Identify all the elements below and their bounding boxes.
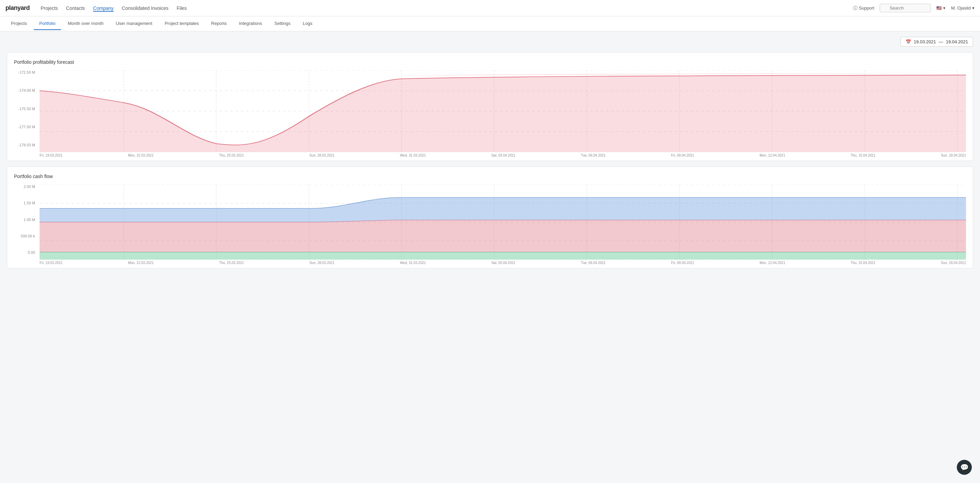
cashflow-chart-inner: Fri, 19.03.2021 Mon, 22.03.2021 Thu, 25.… xyxy=(40,184,966,265)
x-label-0: Fri, 19.03.2021 xyxy=(40,154,62,157)
cf-x-label-2: Thu, 25.03.2021 xyxy=(219,261,244,265)
tab-settings[interactable]: Settings xyxy=(269,17,296,30)
profitability-chart-card: Portfolio profitability forecast -172.50… xyxy=(7,52,973,161)
cashflow-y-axis: 2.00 M 1.50 M 1.00 M 500.00 k 0.00 xyxy=(14,184,38,254)
cf-y-label-2: 1.00 M xyxy=(24,218,35,222)
tab-projects[interactable]: Projects xyxy=(5,17,32,30)
chat-widget[interactable]: 💬 xyxy=(957,460,972,475)
cashflow-chart-title: Portfolio cash flow xyxy=(14,174,966,179)
cf-y-label-4: 0.00 xyxy=(28,250,35,254)
nav-projects[interactable]: Projects xyxy=(41,5,58,11)
cf-y-label-3: 500.00 k xyxy=(21,234,35,238)
nav-company[interactable]: Company xyxy=(93,5,114,11)
tab-project-templates[interactable]: Project templates xyxy=(159,17,204,30)
nav-contacts[interactable]: Contacts xyxy=(66,5,85,11)
flag-chevron: ▾ xyxy=(943,5,945,11)
cf-x-label-4: Wed, 31.03.2021 xyxy=(400,261,426,265)
user-name: M. Ojasild xyxy=(951,5,971,11)
x-label-4: Wed, 31.03.2021 xyxy=(400,154,426,157)
x-label-1: Mon, 22.03.2021 xyxy=(128,154,154,157)
user-menu[interactable]: M. Ojasild ▾ xyxy=(951,5,975,11)
search-wrapper: 🔍 xyxy=(880,4,931,12)
cf-x-label-1: Mon, 22.03.2021 xyxy=(128,261,154,265)
flag-selector[interactable]: 🇺🇸 ▾ xyxy=(936,5,945,11)
tab-integrations[interactable]: Integrations xyxy=(234,17,267,30)
content: 📅 19.03.2021 — 19.04.2021 Portfolio prof… xyxy=(0,32,980,483)
profitability-chart-inner: Fri, 19.03.2021 Mon, 22.03.2021 Thu, 25.… xyxy=(40,70,966,157)
y-label-3: -177.00 M xyxy=(18,125,35,129)
cf-x-label-7: Fri, 09.04.2021 xyxy=(671,261,694,265)
search-input[interactable] xyxy=(880,4,931,12)
date-range-button[interactable]: 📅 19.03.2021 — 19.04.2021 xyxy=(900,37,973,47)
x-label-10: Sun, 18.04.2021 xyxy=(941,154,966,157)
cf-pink-area xyxy=(40,220,966,252)
calendar-icon: 📅 xyxy=(905,39,911,44)
x-label-5: Sat, 03.04.2021 xyxy=(492,154,515,157)
cf-x-label-6: Tue, 06.04.2021 xyxy=(581,261,605,265)
user-chevron: ▾ xyxy=(972,5,975,11)
x-label-8: Mon, 12.04.2021 xyxy=(760,154,785,157)
tab-logs[interactable]: Logs xyxy=(297,17,318,30)
top-nav-links: Projects Contacts Company Consolidated I… xyxy=(41,5,845,11)
nav-files[interactable]: Files xyxy=(177,5,187,11)
sub-nav: Projects Portfolio Month over month User… xyxy=(0,16,980,32)
cf-green-area xyxy=(40,252,966,260)
cf-x-label-10: Sun, 18.04.2021 xyxy=(941,261,966,265)
profitability-chart-area: -172.50 M -174.00 M -175.50 M -177.00 M … xyxy=(14,70,966,157)
profitability-area-fill xyxy=(40,75,966,152)
support-label: Support xyxy=(859,5,875,11)
help-icon: ⓘ xyxy=(853,5,858,11)
cf-blue-area xyxy=(40,197,966,222)
cf-x-label-0: Fri, 19.03.2021 xyxy=(40,261,62,265)
profitability-chart-title: Portfolio profitability forecast xyxy=(14,59,966,65)
support-link[interactable]: ⓘ Support xyxy=(853,5,875,11)
cf-x-label-3: Sun, 28.03.2021 xyxy=(310,261,334,265)
y-label-2: -175.50 M xyxy=(18,107,35,111)
tab-portfolio[interactable]: Portfolio xyxy=(34,17,61,30)
cf-y-label-0: 2.00 M xyxy=(24,184,35,189)
cf-x-label-8: Mon, 12.04.2021 xyxy=(760,261,785,265)
tab-user-management[interactable]: User management xyxy=(110,17,158,30)
x-label-2: Thu, 25.03.2021 xyxy=(219,154,244,157)
cashflow-svg xyxy=(40,184,966,260)
date-from: 19.03.2021 xyxy=(914,39,936,44)
y-label-1: -174.00 M xyxy=(18,88,35,92)
flag-icon: 🇺🇸 xyxy=(936,5,942,11)
y-label-0: -172.50 M xyxy=(18,70,35,75)
x-label-7: Fri, 09.04.2021 xyxy=(671,154,694,157)
tab-reports[interactable]: Reports xyxy=(206,17,232,30)
chat-icon: 💬 xyxy=(960,463,969,472)
cf-y-label-1: 1.50 M xyxy=(24,201,35,205)
logo[interactable]: planyard xyxy=(5,5,30,11)
x-label-6: Tue, 06.04.2021 xyxy=(581,154,605,157)
date-separator: — xyxy=(939,39,943,44)
x-label-3: Sun, 28.03.2021 xyxy=(310,154,334,157)
x-label-9: Thu, 15.04.2021 xyxy=(851,154,876,157)
nav-consolidated-invoices[interactable]: Consolidated Invoices xyxy=(122,5,169,11)
cashflow-chart-area: 2.00 M 1.50 M 1.00 M 500.00 k 0.00 xyxy=(14,184,966,265)
top-nav: planyard Projects Contacts Company Conso… xyxy=(0,0,980,16)
date-range-bar: 📅 19.03.2021 — 19.04.2021 xyxy=(7,37,973,47)
cashflow-chart-card: Portfolio cash flow 2.00 M 1.50 M 1.00 M… xyxy=(7,167,973,269)
tab-month-over-month[interactable]: Month over month xyxy=(62,17,109,30)
profitability-svg xyxy=(40,70,966,152)
profitability-x-axis: Fri, 19.03.2021 Mon, 22.03.2021 Thu, 25.… xyxy=(40,152,966,157)
cf-x-label-5: Sat, 03.04.2021 xyxy=(492,261,515,265)
profitability-y-axis: -172.50 M -174.00 M -175.50 M -177.00 M … xyxy=(14,70,38,147)
date-to: 19.04.2021 xyxy=(946,39,968,44)
cashflow-x-axis: Fri, 19.03.2021 Mon, 22.03.2021 Thu, 25.… xyxy=(40,260,966,265)
y-label-4: -178.50 M xyxy=(18,143,35,147)
top-nav-right: ⓘ Support 🔍 🇺🇸 ▾ M. Ojasild ▾ xyxy=(853,4,975,12)
cf-x-label-9: Thu, 15.04.2021 xyxy=(851,261,876,265)
